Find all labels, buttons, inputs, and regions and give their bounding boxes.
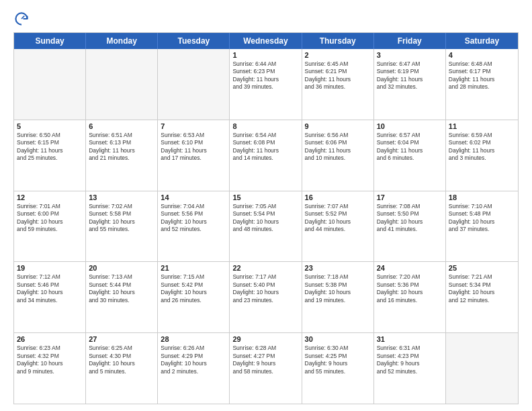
cell-details: Sunrise: 6:53 AM Sunset: 6:10 PM Dayligh… (161, 132, 226, 163)
day-cell-21: 21Sunrise: 7:15 AM Sunset: 5:42 PM Dayli… (158, 262, 230, 332)
day-number: 12 (17, 193, 83, 201)
day-cell-12: 12Sunrise: 7:01 AM Sunset: 6:00 PM Dayli… (14, 191, 86, 262)
day-number: 4 (449, 51, 515, 59)
cell-details: Sunrise: 6:44 AM Sunset: 6:23 PM Dayligh… (232, 60, 298, 91)
day-cell-29: 29Sunrise: 6:28 AM Sunset: 4:27 PM Dayli… (230, 333, 302, 404)
day-number: 2 (305, 51, 371, 59)
day-number: 28 (161, 335, 226, 343)
day-cell-31: 31Sunrise: 6:31 AM Sunset: 4:23 PM Dayli… (374, 333, 446, 404)
day-number: 15 (232, 193, 298, 201)
cell-details: Sunrise: 6:26 AM Sunset: 4:29 PM Dayligh… (161, 345, 226, 375)
calendar-row-4: 26Sunrise: 6:23 AM Sunset: 4:32 PM Dayli… (14, 332, 518, 404)
day-cell-2: 2Sunrise: 6:45 AM Sunset: 6:21 PM Daylig… (302, 49, 374, 120)
cell-details: Sunrise: 7:13 AM Sunset: 5:44 PM Dayligh… (89, 273, 154, 304)
cell-details: Sunrise: 6:59 AM Sunset: 6:02 PM Dayligh… (449, 132, 515, 163)
day-number: 24 (377, 264, 443, 272)
cell-details: Sunrise: 6:57 AM Sunset: 6:04 PM Dayligh… (377, 132, 443, 163)
day-cell-13: 13Sunrise: 7:02 AM Sunset: 5:58 PM Dayli… (86, 191, 158, 262)
day-cell-17: 17Sunrise: 7:08 AM Sunset: 5:50 PM Dayli… (374, 191, 446, 262)
day-number: 13 (89, 193, 154, 201)
day-number: 31 (377, 335, 443, 343)
day-cell-26: 26Sunrise: 6:23 AM Sunset: 4:32 PM Dayli… (14, 333, 86, 404)
logo (13, 11, 32, 27)
day-cell-23: 23Sunrise: 7:18 AM Sunset: 5:38 PM Dayli… (302, 262, 374, 332)
day-cell-28: 28Sunrise: 6:26 AM Sunset: 4:29 PM Dayli… (158, 333, 230, 404)
calendar-header: SundayMondayTuesdayWednesdayThursdayFrid… (14, 33, 518, 49)
day-cell-7: 7Sunrise: 6:53 AM Sunset: 6:10 PM Daylig… (158, 120, 230, 191)
day-cell-9: 9Sunrise: 6:56 AM Sunset: 6:06 PM Daylig… (302, 120, 374, 191)
weekday-header-sunday: Sunday (14, 33, 86, 49)
day-cell-4: 4Sunrise: 6:48 AM Sunset: 6:17 PM Daylig… (446, 49, 518, 120)
cell-details: Sunrise: 6:48 AM Sunset: 6:17 PM Dayligh… (449, 60, 515, 91)
cell-details: Sunrise: 7:17 AM Sunset: 5:40 PM Dayligh… (232, 273, 298, 304)
page: SundayMondayTuesdayWednesdayThursdayFrid… (0, 0, 532, 411)
calendar: SundayMondayTuesdayWednesdayThursdayFrid… (13, 32, 519, 404)
cell-details: Sunrise: 7:04 AM Sunset: 5:56 PM Dayligh… (161, 203, 226, 234)
day-cell-10: 10Sunrise: 6:57 AM Sunset: 6:04 PM Dayli… (374, 120, 446, 191)
header (13, 11, 519, 27)
day-number: 25 (449, 264, 515, 272)
cell-details: Sunrise: 7:18 AM Sunset: 5:38 PM Dayligh… (305, 273, 371, 304)
logo-icon (13, 11, 30, 27)
cell-details: Sunrise: 6:56 AM Sunset: 6:06 PM Dayligh… (305, 132, 371, 163)
day-cell-11: 11Sunrise: 6:59 AM Sunset: 6:02 PM Dayli… (446, 120, 518, 191)
day-number: 5 (17, 122, 83, 130)
weekday-header-thursday: Thursday (302, 33, 374, 49)
day-cell-24: 24Sunrise: 7:20 AM Sunset: 5:36 PM Dayli… (374, 262, 446, 332)
cell-details: Sunrise: 6:45 AM Sunset: 6:21 PM Dayligh… (305, 60, 371, 91)
day-number: 14 (161, 193, 226, 201)
day-number: 29 (232, 335, 298, 343)
day-number: 27 (89, 335, 154, 343)
day-number: 16 (305, 193, 371, 201)
calendar-row-1: 5Sunrise: 6:50 AM Sunset: 6:15 PM Daylig… (14, 120, 518, 191)
day-number: 3 (377, 51, 443, 59)
cell-details: Sunrise: 6:28 AM Sunset: 4:27 PM Dayligh… (232, 345, 298, 375)
day-cell-18: 18Sunrise: 7:10 AM Sunset: 5:48 PM Dayli… (446, 191, 518, 262)
day-cell-5: 5Sunrise: 6:50 AM Sunset: 6:15 PM Daylig… (14, 120, 86, 191)
day-cell-27: 27Sunrise: 6:25 AM Sunset: 4:30 PM Dayli… (86, 333, 158, 404)
day-cell-19: 19Sunrise: 7:12 AM Sunset: 5:46 PM Dayli… (14, 262, 86, 332)
cell-details: Sunrise: 6:51 AM Sunset: 6:13 PM Dayligh… (89, 132, 154, 163)
day-cell-8: 8Sunrise: 6:54 AM Sunset: 6:08 PM Daylig… (230, 120, 302, 191)
day-cell-1: 1Sunrise: 6:44 AM Sunset: 6:23 PM Daylig… (230, 49, 302, 120)
day-number: 21 (161, 264, 226, 272)
empty-cell (158, 49, 230, 120)
cell-details: Sunrise: 7:05 AM Sunset: 5:54 PM Dayligh… (232, 203, 298, 234)
day-cell-25: 25Sunrise: 7:21 AM Sunset: 5:34 PM Dayli… (446, 262, 518, 332)
day-number: 7 (161, 122, 226, 130)
day-number: 11 (449, 122, 515, 130)
calendar-row-2: 12Sunrise: 7:01 AM Sunset: 6:00 PM Dayli… (14, 191, 518, 262)
day-number: 9 (305, 122, 371, 130)
cell-details: Sunrise: 7:02 AM Sunset: 5:58 PM Dayligh… (89, 203, 154, 234)
weekday-header-tuesday: Tuesday (158, 33, 230, 49)
day-cell-15: 15Sunrise: 7:05 AM Sunset: 5:54 PM Dayli… (230, 191, 302, 262)
day-number: 1 (232, 51, 298, 59)
day-cell-30: 30Sunrise: 6:30 AM Sunset: 4:25 PM Dayli… (302, 333, 374, 404)
day-number: 26 (17, 335, 83, 343)
cell-details: Sunrise: 6:54 AM Sunset: 6:08 PM Dayligh… (232, 132, 298, 163)
day-cell-20: 20Sunrise: 7:13 AM Sunset: 5:44 PM Dayli… (86, 262, 158, 332)
calendar-row-3: 19Sunrise: 7:12 AM Sunset: 5:46 PM Dayli… (14, 261, 518, 332)
day-cell-14: 14Sunrise: 7:04 AM Sunset: 5:56 PM Dayli… (158, 191, 230, 262)
cell-details: Sunrise: 6:30 AM Sunset: 4:25 PM Dayligh… (305, 345, 371, 375)
day-cell-3: 3Sunrise: 6:47 AM Sunset: 6:19 PM Daylig… (374, 49, 446, 120)
weekday-header-monday: Monday (86, 33, 158, 49)
day-number: 19 (17, 264, 83, 272)
cell-details: Sunrise: 6:47 AM Sunset: 6:19 PM Dayligh… (377, 60, 443, 91)
weekday-header-saturday: Saturday (446, 33, 518, 49)
day-number: 6 (89, 122, 154, 130)
cell-details: Sunrise: 7:21 AM Sunset: 5:34 PM Dayligh… (449, 273, 515, 304)
weekday-header-wednesday: Wednesday (230, 33, 302, 49)
day-number: 8 (232, 122, 298, 130)
day-number: 18 (449, 193, 515, 201)
day-cell-6: 6Sunrise: 6:51 AM Sunset: 6:13 PM Daylig… (86, 120, 158, 191)
cell-details: Sunrise: 7:01 AM Sunset: 6:00 PM Dayligh… (17, 203, 83, 234)
day-number: 30 (305, 335, 371, 343)
cell-details: Sunrise: 7:20 AM Sunset: 5:36 PM Dayligh… (377, 273, 443, 304)
cell-details: Sunrise: 7:12 AM Sunset: 5:46 PM Dayligh… (17, 273, 83, 304)
cell-details: Sunrise: 6:50 AM Sunset: 6:15 PM Dayligh… (17, 132, 83, 163)
cell-details: Sunrise: 7:15 AM Sunset: 5:42 PM Dayligh… (161, 273, 226, 304)
day-cell-22: 22Sunrise: 7:17 AM Sunset: 5:40 PM Dayli… (230, 262, 302, 332)
cell-details: Sunrise: 6:23 AM Sunset: 4:32 PM Dayligh… (17, 345, 83, 375)
empty-cell (446, 333, 518, 404)
